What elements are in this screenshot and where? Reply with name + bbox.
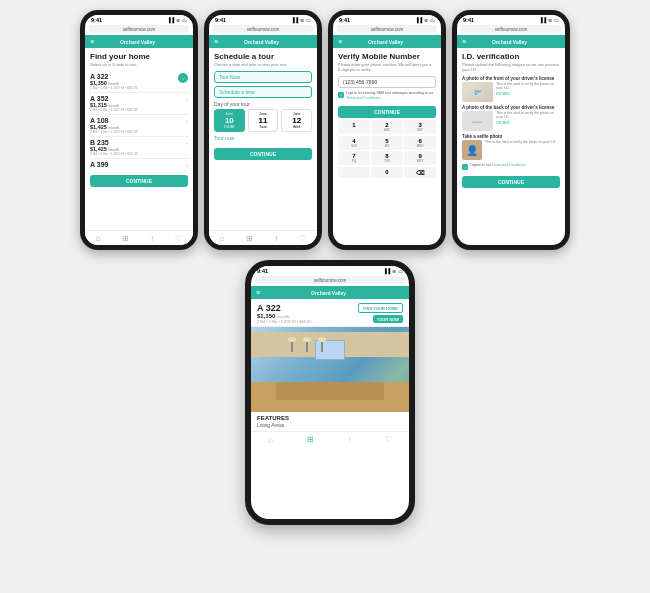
phones-bottom-row: 9:41 ▐▐ ≋ ▭ selftournow.com ≡ Orchard Va… xyxy=(235,260,415,525)
date-cell-2[interactable]: June 11 Tues xyxy=(248,109,279,132)
numpad-7[interactable]: 7PQ xyxy=(338,151,370,165)
numpad-8[interactable]: 8TUV xyxy=(371,151,403,165)
person-nav-icon-2[interactable]: ♡ xyxy=(299,234,306,243)
battery-icon-3: ▭ xyxy=(430,17,435,23)
signal-icon-1: ▐▐ xyxy=(167,17,174,23)
numpad-star[interactable] xyxy=(338,167,370,178)
continue-button-4[interactable]: CONTINUE xyxy=(462,176,560,188)
status-bar-1: 9:41 ▐▐ ≋ ▭ xyxy=(85,15,193,25)
person-nav-icon-5[interactable]: ♡ xyxy=(385,435,392,444)
numpad-1[interactable]: 1 xyxy=(338,120,370,134)
home-nav-icon-2[interactable]: ⌂ xyxy=(220,234,225,243)
agree-checkbox-row: ✓ I agree to our Terms and Conditions. xyxy=(462,163,560,170)
kitchen-pendant-3 xyxy=(321,337,323,352)
signal-icon-5: ▐▐ xyxy=(383,268,390,274)
continue-button-1[interactable]: CONTINUE xyxy=(90,175,188,187)
phone-input[interactable]: (123) 456-7890 xyxy=(338,76,436,88)
hamburger-icon-1[interactable]: ≡ xyxy=(90,38,94,45)
hamburger-icon-4[interactable]: ≡ xyxy=(462,38,466,45)
app-header-5: ≡ Orchard Valley xyxy=(251,286,409,299)
phone-1-screen: 9:41 ▐▐ ≋ ▭ selftournow.com ≡ Orchard Va… xyxy=(85,15,193,245)
app-header-2: ≡ Orchard Valley xyxy=(209,35,317,48)
hamburger-icon-5[interactable]: ≡ xyxy=(256,289,260,296)
signal-icon-3: ▐▐ xyxy=(415,17,422,23)
schedule-option[interactable]: Schedule a time xyxy=(214,86,312,98)
phone-2: 9:41 ▐▐ ≋ ▭ selftournow.com ≡ Orchard Va… xyxy=(204,10,322,250)
numpad-5[interactable]: 5JKL xyxy=(371,136,403,150)
numpad-delete[interactable]: ⌫ xyxy=(404,167,436,178)
continue-button-3[interactable]: CONTINUE xyxy=(338,106,436,118)
retake-back[interactable]: RETAKE xyxy=(496,121,560,125)
brand-3: Orchard Valley xyxy=(368,39,403,45)
screen3-title: Verify Mobile Number xyxy=(338,52,436,61)
numpad-6[interactable]: 6MNO xyxy=(404,136,436,150)
day-label-2: Tues xyxy=(251,125,276,129)
status-icons-2: ▐▐ ≋ ▭ xyxy=(291,17,311,23)
phone-2-screen: 9:41 ▐▐ ≋ ▭ selftournow.com ≡ Orchard Va… xyxy=(209,15,317,245)
kitchen-window xyxy=(315,340,345,360)
numpad-0[interactable]: 0 xyxy=(371,167,403,178)
battery-icon-2: ▭ xyxy=(306,17,311,23)
date-cell-1[interactable]: June 10 TODAY xyxy=(214,109,245,132)
screen1-title: Find your home xyxy=(90,52,188,61)
continue-button-2[interactable]: CONTINUE xyxy=(214,148,312,160)
person-nav-icon-1[interactable]: ♡ xyxy=(175,234,182,243)
selfie-desc: This is the card to verify the photo on … xyxy=(485,140,557,144)
sms-checkbox[interactable]: ✓ xyxy=(338,92,344,98)
screen3-subtitle: Please enter your phone number. We will … xyxy=(338,62,436,72)
unit-item-5[interactable]: A 399 › xyxy=(90,159,188,172)
front-desc: This is the card to verify the photo on … xyxy=(496,82,560,90)
upload-nav-icon-5[interactable]: ↑ xyxy=(347,435,351,444)
home-nav-icon-1[interactable]: ⌂ xyxy=(96,234,101,243)
unit-item-3[interactable]: A 108 $1,425 /month 2 Bd • 1 Ba • 1,200 … xyxy=(90,115,188,137)
url-bar-3: selftournow.com xyxy=(337,25,437,33)
status-bar-2: 9:41 ▐▐ ≋ ▭ xyxy=(209,15,317,25)
retake-front[interactable]: RETAKE xyxy=(496,92,560,96)
numpad-3[interactable]: 3DEF xyxy=(404,120,436,134)
status-icons-3: ▐▐ ≋ ▭ xyxy=(415,17,435,23)
screen2-subtitle: Choose a date and time to start your tou… xyxy=(214,62,312,67)
id-front-section: A photo of the front of your driver's li… xyxy=(462,76,560,102)
numpad-4[interactable]: 4GHI xyxy=(338,136,370,150)
phone-3-wrapper: 9:41 ▐▐ ≋ ▭ selftournow.com ≡ Orchard Va… xyxy=(328,10,446,250)
find-home-button[interactable]: FIND YOUR HOME xyxy=(358,303,403,313)
time-5: 9:41 xyxy=(257,268,268,274)
phone-3-screen: 9:41 ▐▐ ≋ ▭ selftournow.com ≡ Orchard Va… xyxy=(333,15,441,245)
status-bar-5: 9:41 ▐▐ ≋ ▭ xyxy=(251,266,409,276)
numpad-2[interactable]: 2ABC xyxy=(371,120,403,134)
grid-nav-icon-1[interactable]: ⊞ xyxy=(122,234,129,243)
tour-now-link[interactable]: Tour now xyxy=(214,135,312,141)
hamburger-icon-2[interactable]: ≡ xyxy=(214,38,218,45)
unit-arrow-2: › xyxy=(185,95,188,104)
day-label-3: Wed xyxy=(284,125,309,129)
time-2: 9:41 xyxy=(215,17,226,23)
front-title: A photo of the front of your driver's li… xyxy=(462,76,560,81)
phones-top-row: 9:41 ▐▐ ≋ ▭ selftournow.com ≡ Orchard Va… xyxy=(80,10,570,250)
kitchen-cabinets xyxy=(251,332,409,357)
unit-item-4[interactable]: B 235 $1,425 /month 2 Bd • 1 Ba • 1,200 … xyxy=(90,137,188,159)
unit-item-2[interactable]: A 352 $1,315 /month 2 Bd • 1 Ba • 1,200 … xyxy=(90,93,188,115)
tour-now-button[interactable]: TOUR NOW xyxy=(373,315,403,323)
id-front-image[interactable]: 🪪 xyxy=(462,82,493,102)
grid-nav-icon-5[interactable]: ⊞ xyxy=(307,435,314,444)
unit-badge-1: ✓ xyxy=(178,73,188,83)
hamburger-icon-3[interactable]: ≡ xyxy=(338,38,342,45)
numpad-9[interactable]: 9WXY xyxy=(404,151,436,165)
status-icons-5: ▐▐ ≋ ▭ xyxy=(383,268,403,274)
phone-4-wrapper: 9:41 ▐▐ ≋ ▭ selftournow.com ≡ Orchard Va… xyxy=(452,10,570,250)
share-nav-icon-1[interactable]: ↑ xyxy=(150,234,154,243)
date-cell-3[interactable]: June 12 Wed xyxy=(281,109,312,132)
grid-nav-icon-2[interactable]: ⊞ xyxy=(246,234,253,243)
upload-nav-icon-2[interactable]: ↑ xyxy=(274,234,278,243)
unit-details-2: 2 Bd • 1 Ba • 1,200 Sf • $40.00 xyxy=(90,108,138,112)
id-back-image[interactable]: ▬▬ xyxy=(462,111,493,131)
unit-item-1[interactable]: A 322 $1,350 /month 2 Bd • 1 Ba • 1,200 … xyxy=(90,71,188,93)
wifi-icon-3: ≋ xyxy=(424,17,428,23)
tour-now-option[interactable]: Tour Now xyxy=(214,71,312,83)
home-nav-icon-5[interactable]: ⌂ xyxy=(268,435,273,444)
bottom-nav-2: ⌂ ⊞ ↑ ♡ xyxy=(209,230,317,245)
status-bar-4: 9:41 ▐▐ ≋ ▭ xyxy=(457,15,565,25)
selfie-image[interactable]: 👤 xyxy=(462,140,482,160)
phone-1-wrapper: 9:41 ▐▐ ≋ ▭ selftournow.com ≡ Orchard Va… xyxy=(80,10,198,250)
agree-checkbox[interactable]: ✓ xyxy=(462,164,468,170)
